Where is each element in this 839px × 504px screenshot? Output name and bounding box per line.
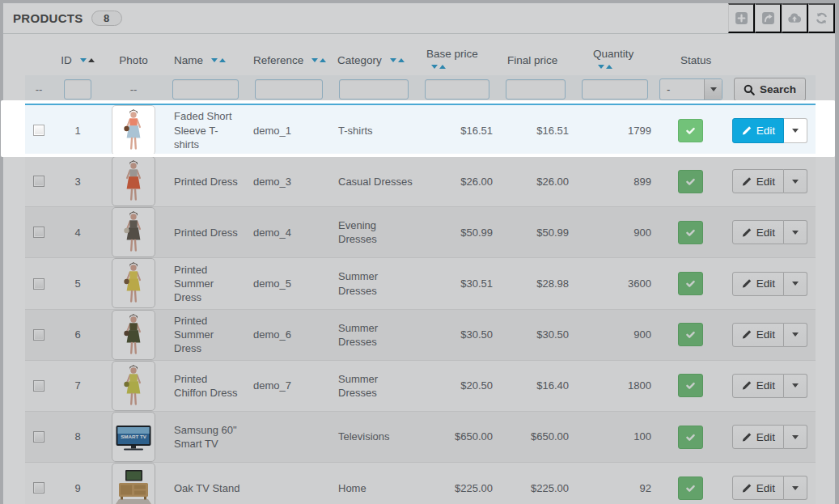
sort-arrows-name[interactable] (211, 58, 226, 62)
import-button[interactable] (782, 3, 808, 33)
product-photo[interactable] (112, 258, 155, 308)
cell-id: 3 (53, 156, 103, 207)
product-photo[interactable]: SMART TV (112, 412, 155, 462)
edit-dropdown-button[interactable] (784, 425, 807, 449)
table-row[interactable]: 3 Printed Dress demo_3 Casual Dresses $2… (25, 156, 816, 207)
caret-down-icon (792, 435, 799, 439)
status-enabled-button[interactable] (678, 221, 703, 244)
cell-final-price: $650.00 (498, 411, 574, 462)
status-enabled-button[interactable] (678, 476, 703, 500)
edit-dropdown-button[interactable] (784, 272, 807, 296)
caret-down-icon (792, 486, 799, 490)
edit-button[interactable]: Edit (732, 425, 784, 449)
sort-arrows-base-price[interactable] (431, 65, 446, 69)
status-enabled-button[interactable] (678, 170, 703, 193)
edit-dropdown-button[interactable] (784, 323, 807, 347)
edit-dropdown-button[interactable] (784, 476, 807, 500)
cell-quantity: 900 (574, 207, 656, 258)
edit-button-label: Edit (756, 277, 775, 290)
row-checkbox[interactable] (33, 176, 44, 187)
sort-arrows-id[interactable] (80, 58, 95, 62)
header-base-price[interactable]: Base price (417, 44, 498, 75)
check-icon (685, 483, 696, 493)
edit-button[interactable]: Edit (732, 323, 784, 347)
sort-arrows-quantity[interactable] (598, 65, 612, 69)
edit-button[interactable]: Edit (732, 272, 784, 296)
pencil-icon (741, 227, 752, 238)
table-row[interactable]: 9 Oak TV Stand Home $225.00 $225.00 92 (25, 463, 816, 504)
refresh-button[interactable] (808, 3, 835, 33)
header-category[interactable]: Category (331, 44, 417, 75)
edit-dropdown-button[interactable] (784, 118, 807, 143)
product-photo[interactable] (112, 105, 155, 155)
cell-id: 8 (53, 411, 103, 462)
cell-quantity: 92 (574, 463, 656, 504)
sort-arrows-category[interactable] (390, 58, 405, 62)
edit-dropdown-button[interactable] (784, 374, 807, 398)
products-panel: PRODUCTS 8 (2, 2, 836, 504)
edit-button[interactable]: Edit (732, 169, 784, 193)
filter-final-price-input[interactable] (506, 79, 566, 100)
filter-id-input[interactable] (64, 79, 91, 100)
row-checkbox[interactable] (33, 329, 44, 341)
row-checkbox[interactable] (33, 278, 44, 290)
edit-button[interactable]: Edit (732, 220, 784, 244)
export-button[interactable] (755, 3, 782, 33)
filter-name-input[interactable] (172, 79, 239, 100)
product-photo[interactable] (112, 207, 155, 257)
cell-base-price: $20.50 (417, 360, 498, 411)
status-filter-caret-button[interactable] (704, 79, 722, 100)
row-checkbox[interactable] (33, 125, 44, 136)
table-row[interactable]: 6 Printed Summer Dress demo_6 Summer Dre… (25, 309, 816, 360)
edit-button[interactable]: Edit (732, 374, 784, 398)
edit-button-label: Edit (756, 482, 775, 494)
product-photo[interactable] (112, 156, 155, 206)
header-name[interactable]: Name (164, 44, 247, 75)
table-row[interactable]: 5 Printed Summer Dress demo_5 Summer Dre… (25, 258, 816, 309)
product-photo[interactable] (112, 361, 155, 411)
header-base-price-label: Base price (426, 48, 478, 60)
filter-reference-input[interactable] (255, 79, 323, 100)
cell-name: Faded Short Sleeve T-shirts (164, 104, 247, 156)
add-product-button[interactable] (728, 3, 755, 33)
row-checkbox[interactable] (33, 482, 44, 493)
status-enabled-button[interactable] (678, 374, 703, 397)
sort-arrows-reference[interactable] (311, 58, 326, 62)
table-row[interactable]: 4 Printed Dress demo_4 Evening Dresses $… (25, 207, 816, 258)
pencil-icon (741, 125, 752, 136)
status-enabled-button[interactable] (678, 272, 703, 295)
svg-text:SMART TV: SMART TV (121, 434, 146, 439)
filter-quantity-input[interactable] (582, 79, 648, 100)
cell-reference: demo_4 (247, 207, 331, 258)
header-quantity[interactable]: Quantity (574, 44, 656, 75)
header-id[interactable]: ID (53, 44, 103, 75)
cell-name: Printed Dress (164, 207, 247, 258)
cell-category: Summer Dresses (331, 309, 417, 360)
row-checkbox[interactable] (33, 431, 44, 443)
filter-base-price-input[interactable] (425, 79, 489, 100)
table-row[interactable]: 1 Faded Short Sleeve T-shirts demo_1 T-s… (25, 104, 816, 156)
table-row[interactable]: 8 SMART TV Samsung 60" Smart TV Televisi… (25, 411, 816, 462)
cell-reference: demo_1 (247, 104, 331, 156)
edit-dropdown-button[interactable] (784, 220, 807, 244)
table-row[interactable]: 7 Printed Chiffon Dress demo_7 Summer Dr… (25, 360, 816, 411)
filter-category-input[interactable] (339, 79, 409, 100)
edit-button[interactable]: Edit (732, 118, 784, 143)
product-photo[interactable] (112, 463, 155, 504)
row-checkbox[interactable] (33, 227, 44, 238)
cell-final-price: $225.00 (498, 463, 574, 504)
status-enabled-button[interactable] (678, 119, 703, 142)
cell-id: 5 (53, 258, 103, 309)
status-enabled-button[interactable] (678, 426, 703, 449)
product-photo[interactable] (112, 310, 155, 360)
header-checkbox-col (25, 44, 53, 75)
cell-name: Printed Dress (164, 156, 247, 207)
search-button[interactable]: Search (734, 78, 806, 101)
status-enabled-button[interactable] (678, 323, 703, 346)
status-filter-dropdown[interactable]: - (659, 78, 722, 100)
header-reference[interactable]: Reference (247, 44, 331, 75)
cell-reference: demo_5 (247, 258, 331, 309)
row-checkbox[interactable] (33, 380, 44, 392)
edit-dropdown-button[interactable] (784, 169, 807, 193)
edit-button[interactable]: Edit (732, 476, 784, 500)
